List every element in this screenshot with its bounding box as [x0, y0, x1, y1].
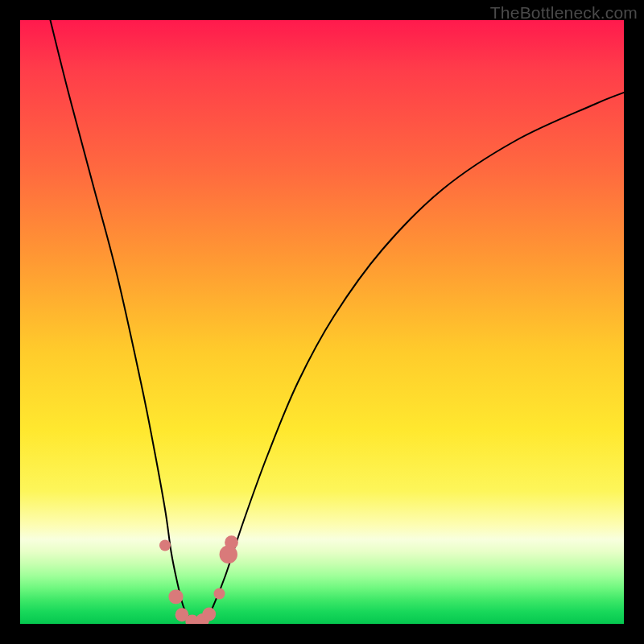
curve-marker — [159, 540, 171, 551]
curve-marker — [202, 608, 216, 621]
curve-layer — [20, 20, 624, 624]
chart-frame: TheBottleneck.com — [0, 0, 644, 644]
curve-marker — [214, 588, 225, 600]
curve-marker — [168, 589, 183, 604]
plot-area — [20, 20, 624, 624]
watermark-text: TheBottleneck.com — [490, 3, 638, 23]
bottleneck-curve — [51, 20, 625, 622]
curve-marker — [225, 535, 238, 549]
